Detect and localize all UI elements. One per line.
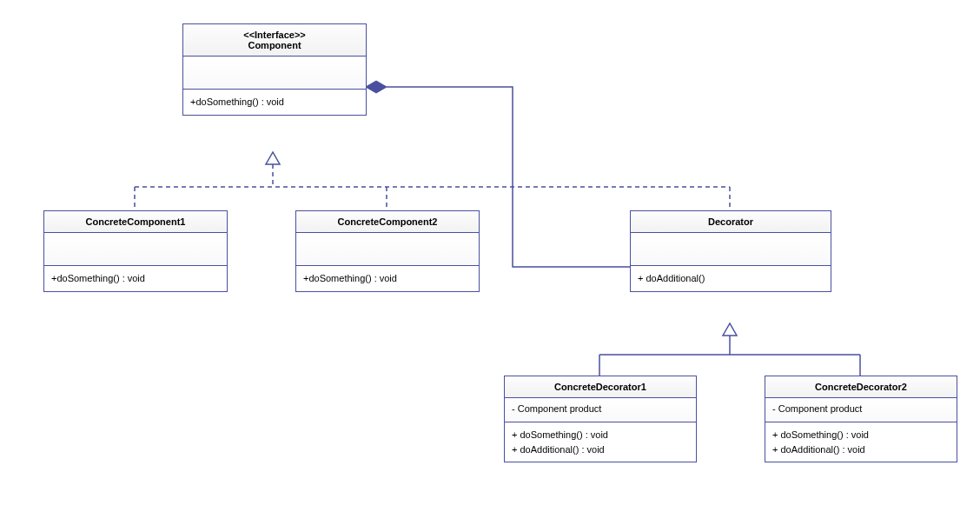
cc1-header: ConcreteComponent1: [44, 211, 227, 233]
class-decorator: Decorator + doAdditional(): [630, 210, 831, 292]
decorator-name: Decorator: [638, 216, 824, 227]
cd1-op-0: + doSomething() : void: [512, 428, 689, 442]
cd1-attr-0: - Component product: [512, 403, 689, 414]
generalization-arrowhead-decorator: [723, 323, 737, 336]
class-concrete-decorator-1: ConcreteDecorator1 - Component product +…: [504, 376, 697, 462]
component-attrs: [183, 57, 366, 90]
cc2-ops: +doSomething() : void: [296, 266, 479, 291]
cd2-attr-0: - Component product: [772, 403, 950, 414]
cc1-name: ConcreteComponent1: [51, 216, 220, 227]
composition-diamond: [366, 81, 387, 93]
cd1-attrs: - Component product: [505, 398, 696, 422]
cd1-name: ConcreteDecorator1: [512, 382, 689, 392]
cd1-header: ConcreteDecorator1: [505, 376, 696, 398]
class-component-header: <<Interface>> Component: [183, 24, 366, 57]
class-concrete-component-2: ConcreteComponent2 +doSomething() : void: [295, 210, 480, 292]
decorator-ops: + doAdditional(): [631, 266, 831, 291]
class-concrete-component-1: ConcreteComponent1 +doSomething() : void: [43, 210, 228, 292]
cc2-name: ConcreteComponent2: [303, 216, 472, 227]
component-name: Component: [190, 40, 359, 50]
cc2-op-0: +doSomething() : void: [303, 271, 472, 286]
component-op-0: +doSomething() : void: [190, 95, 359, 110]
cd2-header: ConcreteDecorator2: [765, 376, 957, 398]
realization-arrowhead-component: [266, 152, 280, 164]
cc1-attrs: [44, 233, 227, 266]
cd2-op-0: + doSomething() : void: [772, 428, 950, 442]
cd2-ops: + doSomething() : void + doAdditional() …: [765, 422, 957, 462]
decorator-header: Decorator: [631, 211, 831, 233]
class-concrete-decorator-2: ConcreteDecorator2 - Component product +…: [765, 376, 957, 462]
component-stereotype: <<Interface>>: [190, 30, 359, 40]
component-ops: +doSomething() : void: [183, 90, 366, 115]
cc2-header: ConcreteComponent2: [296, 211, 479, 233]
cd2-name: ConcreteDecorator2: [772, 382, 950, 392]
cd1-op-1: + doAdditional() : void: [512, 442, 689, 457]
cc1-op-0: +doSomething() : void: [51, 271, 220, 286]
cd2-attrs: - Component product: [765, 398, 957, 422]
decorator-op-0: + doAdditional(): [638, 271, 824, 286]
cc1-ops: +doSomething() : void: [44, 266, 227, 291]
decorator-attrs: [631, 233, 831, 266]
cd2-op-1: + doAdditional() : void: [772, 442, 950, 457]
cd1-ops: + doSomething() : void + doAdditional() …: [505, 422, 696, 462]
class-component: <<Interface>> Component +doSomething() :…: [182, 23, 367, 116]
cc2-attrs: [296, 233, 479, 266]
